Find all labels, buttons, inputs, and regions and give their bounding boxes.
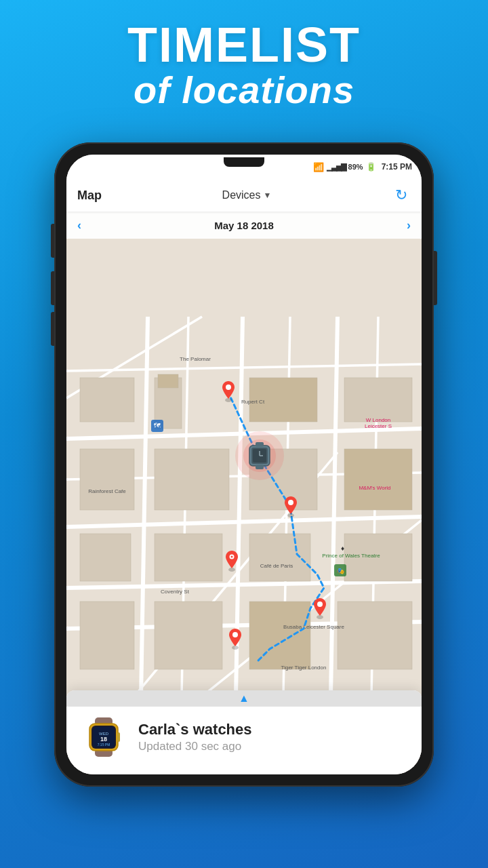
time-display: 7:15 PM bbox=[382, 162, 412, 172]
bottom-panel: ▲ bbox=[66, 690, 422, 774]
svg-text:Busaba Leicester Square: Busaba Leicester Square bbox=[283, 624, 344, 630]
svg-text:Prince of Wales Theatre: Prince of Wales Theatre bbox=[322, 553, 380, 559]
svg-rect-21 bbox=[155, 449, 229, 510]
svg-text:Café de Paris: Café de Paris bbox=[260, 563, 293, 569]
chevron-up-icon: ▲ bbox=[239, 692, 249, 705]
prev-date-button[interactable]: ‹ bbox=[77, 218, 81, 233]
svg-text:18: 18 bbox=[100, 736, 107, 743]
refresh-icon: ↻ bbox=[395, 186, 407, 204]
svg-point-54 bbox=[317, 601, 323, 607]
svg-rect-27 bbox=[344, 449, 412, 510]
device-icon-wrap: WED 18 7:15 PM bbox=[80, 713, 127, 761]
svg-rect-32 bbox=[338, 601, 412, 669]
wifi-icon: 📶 bbox=[313, 162, 324, 172]
svg-text:Coventry St: Coventry St bbox=[161, 589, 190, 595]
battery-icon: 🔋 bbox=[366, 162, 376, 172]
svg-rect-79 bbox=[117, 732, 120, 742]
refresh-button[interactable]: ↻ bbox=[392, 186, 411, 205]
svg-text:W London: W London bbox=[366, 417, 390, 423]
svg-text:Rupert Ct: Rupert Ct bbox=[241, 399, 265, 405]
svg-text:Tiger Tiger London: Tiger Tiger London bbox=[281, 665, 327, 671]
notch bbox=[224, 157, 264, 167]
device-info: Carla`s watches Updated 30 sec ago bbox=[138, 721, 408, 753]
battery-percent: 89% bbox=[348, 163, 363, 171]
svg-rect-25 bbox=[249, 534, 310, 581]
svg-text:Leicester S: Leicester S bbox=[365, 423, 392, 429]
svg-rect-30 bbox=[155, 601, 222, 669]
signal-icon: ▁▃▅▇ bbox=[327, 163, 346, 172]
phone-screen: 📶 ▁▃▅▇ 89% 🔋 7:15 PM Map Devices ▼ ↻ bbox=[66, 155, 422, 774]
phone-mockup: 📶 ▁▃▅▇ 89% 🔋 7:15 PM Map Devices ▼ ↻ bbox=[54, 142, 434, 787]
svg-rect-20 bbox=[80, 534, 131, 581]
svg-text:M&M's World: M&M's World bbox=[359, 485, 390, 491]
svg-rect-61 bbox=[256, 465, 264, 469]
map-title: Map bbox=[77, 189, 102, 203]
svg-point-49 bbox=[288, 500, 293, 505]
device-updated: Updated 30 sec ago bbox=[138, 740, 408, 753]
svg-point-47 bbox=[226, 384, 231, 390]
device-name: Carla`s watches bbox=[138, 721, 408, 738]
svg-rect-60 bbox=[256, 442, 264, 447]
svg-text:🎭: 🎭 bbox=[337, 567, 345, 575]
device-item[interactable]: WED 18 7:15 PM Carla`s watches Updated 3… bbox=[80, 713, 408, 761]
svg-text:🗺: 🗺 bbox=[154, 422, 161, 429]
app-bar: Map Devices ▼ ↻ bbox=[66, 179, 422, 212]
devices-label: Devices bbox=[222, 189, 261, 201]
svg-text:♦: ♦ bbox=[341, 545, 344, 552]
header: TIMELIST of locations bbox=[0, 20, 488, 111]
svg-rect-19 bbox=[80, 449, 134, 510]
current-date: May 18 2018 bbox=[214, 220, 274, 231]
app-title: TIMELIST bbox=[0, 20, 488, 69]
svg-rect-29 bbox=[80, 601, 134, 669]
status-icons: 📶 ▁▃▅▇ 89% 🔋 7:15 PM bbox=[313, 162, 412, 172]
svg-text:7:15 PM: 7:15 PM bbox=[98, 743, 110, 747]
map-container[interactable]: ‹ May 18 2018 › bbox=[66, 212, 422, 774]
status-bar: 📶 ▁▃▅▇ 89% 🔋 7:15 PM bbox=[66, 155, 422, 179]
svg-text:The Palomar: The Palomar bbox=[180, 356, 211, 362]
svg-rect-18 bbox=[80, 378, 134, 422]
panel-handle[interactable]: ▲ bbox=[66, 690, 422, 707]
svg-rect-22 bbox=[155, 534, 222, 581]
svg-point-56 bbox=[232, 632, 238, 637]
date-navigation: ‹ May 18 2018 › bbox=[66, 212, 422, 239]
dropdown-arrow-icon: ▼ bbox=[264, 191, 272, 200]
svg-point-52 bbox=[231, 556, 233, 558]
next-date-button[interactable]: › bbox=[407, 218, 411, 233]
svg-rect-26 bbox=[344, 378, 412, 422]
devices-selector[interactable]: Devices ▼ bbox=[222, 189, 272, 201]
svg-text:Rainforest Cafe: Rainforest Cafe bbox=[88, 488, 126, 494]
app-subtitle: of locations bbox=[0, 69, 488, 111]
svg-rect-17 bbox=[158, 374, 178, 388]
phone-frame: 📶 ▁▃▅▇ 89% 🔋 7:15 PM Map Devices ▼ ↻ bbox=[54, 142, 434, 787]
